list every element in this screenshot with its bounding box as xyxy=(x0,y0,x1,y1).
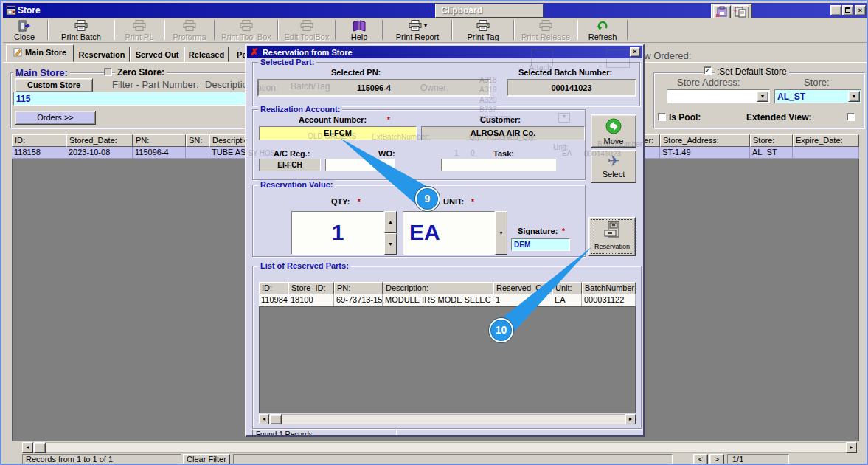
col-header[interactable]: Unit: xyxy=(552,282,582,294)
ghost-a320: A320 xyxy=(479,96,496,104)
ghost-combo-arrow: ▼ xyxy=(558,113,570,123)
tab-reservation[interactable]: Reservation xyxy=(74,46,130,62)
ghost-1: 1 xyxy=(454,149,459,157)
print-batch-button[interactable]: Print Batch xyxy=(50,18,112,42)
is-pool-checkbox[interactable] xyxy=(658,113,666,121)
col-header[interactable]: ID: xyxy=(12,134,66,147)
zero-store-checkbox[interactable] xyxy=(104,68,112,76)
col-header[interactable]: Description: xyxy=(383,282,493,294)
close-window-button[interactable]: × xyxy=(855,5,866,16)
signature-field[interactable]: DEM xyxy=(511,238,570,251)
toolbar-separator xyxy=(277,20,279,40)
help-book-icon xyxy=(352,20,367,32)
col-header[interactable]: PN: xyxy=(334,282,383,294)
refresh-label: Refresh xyxy=(588,32,617,41)
status-panel xyxy=(233,454,673,465)
reservation-button[interactable]: Reservation xyxy=(588,217,636,256)
store-combobox[interactable]: AL_ST ▼ xyxy=(774,89,861,103)
col-header[interactable]: Store_ID: xyxy=(288,282,334,294)
store-address-combobox[interactable]: ▼ xyxy=(667,89,770,103)
col-header[interactable]: PN: xyxy=(133,134,186,147)
main-hscrollbar[interactable] xyxy=(22,442,857,453)
selected-pn-label: Selected PN: xyxy=(331,68,381,77)
combo-arrow-icon[interactable]: ▼ xyxy=(848,91,860,102)
combo-arrow-icon[interactable]: ▼ xyxy=(757,91,768,102)
print-release-button: Print Release xyxy=(516,18,575,42)
minimize-button[interactable]: _ xyxy=(830,5,841,16)
print-tag-button[interactable]: Print Tag xyxy=(454,18,512,42)
col-header[interactable]: Stored_Date: xyxy=(66,134,133,147)
orders-button[interactable]: Orders >> xyxy=(15,111,96,125)
required-marker: * xyxy=(387,116,390,124)
scroll-right-icon[interactable]: ► xyxy=(846,442,857,453)
clear-filter-button[interactable]: Clear Filter xyxy=(183,454,230,465)
col-header[interactable]: Expire_Date: xyxy=(793,134,859,147)
print-release-label: Print Release xyxy=(521,32,570,41)
col-header[interactable]: ID: xyxy=(259,282,288,294)
scroll-right-icon[interactable]: ► xyxy=(625,414,636,424)
reserved-table-body-empty xyxy=(259,306,636,413)
store-label: Store: xyxy=(804,77,830,88)
tab-served-out[interactable]: Served Out xyxy=(130,46,184,62)
unit-combobox[interactable]: EA xyxy=(403,211,495,255)
reserved-hscrollbar[interactable] xyxy=(259,414,636,424)
qty-spin-up-icon[interactable]: ▲ xyxy=(384,211,397,233)
close-button[interactable]: Close xyxy=(3,18,46,42)
col-header[interactable]: Store: xyxy=(750,134,793,147)
dialog-title-bar: ✗ Reservation from Store × xyxy=(247,46,642,58)
red-x-icon: ✗ xyxy=(250,46,258,58)
page-next-button[interactable]: > xyxy=(709,454,724,465)
restore-button[interactable] xyxy=(842,5,853,16)
tab-released[interactable]: Released xyxy=(184,46,229,62)
realization-account-label: Realization Account: xyxy=(258,105,342,114)
main-store-section-label: Main Store: xyxy=(13,67,70,78)
col-header[interactable]: Store_Address: xyxy=(660,134,750,147)
store-value: AL_ST xyxy=(777,92,805,102)
signature-label: Signature: xyxy=(518,227,558,235)
print-toolbox-label: Print Tool Box xyxy=(221,32,271,41)
printer-icon: ▾ xyxy=(408,20,427,32)
col-header[interactable]: SN: xyxy=(186,134,209,147)
dropdown-caret-icon[interactable]: ▾ xyxy=(424,22,427,29)
print-pl-button: Print PL xyxy=(117,18,162,42)
print-toolbox-button: Print Tool Box xyxy=(217,18,276,42)
ghost-b737: B737 xyxy=(479,106,496,114)
reserved-table-row[interactable]: 110984 18100 69-73713-15 MODULE IRS MODE… xyxy=(259,294,636,306)
print-report-button[interactable]: ▾ Print Report xyxy=(385,18,450,42)
scroll-left-icon[interactable]: ◄ xyxy=(22,442,33,453)
printer-icon xyxy=(299,20,314,32)
col-header[interactable]: Reserved_Qty: xyxy=(493,282,552,294)
tab-main-store[interactable]: Main Store xyxy=(6,44,74,62)
scroll-left-icon[interactable]: ◄ xyxy=(259,414,269,424)
custom-store-button[interactable]: Custom Store xyxy=(15,78,93,92)
scroll-thumb[interactable] xyxy=(270,414,282,424)
cell-id: 118158 xyxy=(12,147,66,159)
unit-combo-arrow-icon[interactable]: ▼ xyxy=(495,211,507,255)
qty-spin-down-icon[interactable]: ▼ xyxy=(384,233,397,255)
ghost-a318: A318 xyxy=(479,76,496,84)
reserved-parts-label: List of Reserved Parts: xyxy=(258,261,351,270)
dialog-close-button[interactable]: × xyxy=(630,47,640,57)
printer-icon xyxy=(74,20,88,32)
ghost-icon xyxy=(606,49,630,68)
printer-icon xyxy=(132,20,147,32)
move-arrows-icon xyxy=(605,128,622,137)
print-batch-label: Print Batch xyxy=(61,32,101,41)
col-header[interactable]: BatchNumber: xyxy=(582,282,636,294)
cell-description: MODULE IRS MODE SELECTOR xyxy=(383,294,493,306)
help-button[interactable]: Help xyxy=(338,18,381,42)
file-cabinet-icon xyxy=(589,221,635,243)
task-field[interactable] xyxy=(441,159,556,171)
page-indicator: 1/1 xyxy=(727,454,789,465)
realization-account-group: Realization Account: Account Number: * E… xyxy=(252,109,586,180)
page-prev-button[interactable]: < xyxy=(693,454,708,465)
cell-unit: EA xyxy=(552,294,582,306)
set-default-store-checkbox[interactable]: ✓ xyxy=(704,66,712,75)
reservation-value-label: Reservation Value: xyxy=(258,180,335,189)
qty-field[interactable]: 1 xyxy=(291,211,384,255)
refresh-button[interactable]: Refresh xyxy=(580,18,625,42)
proforma-label: Proforma xyxy=(173,32,206,41)
wo-field[interactable] xyxy=(325,159,395,171)
extended-view-checkbox[interactable] xyxy=(847,113,855,121)
scroll-thumb[interactable] xyxy=(34,442,46,453)
